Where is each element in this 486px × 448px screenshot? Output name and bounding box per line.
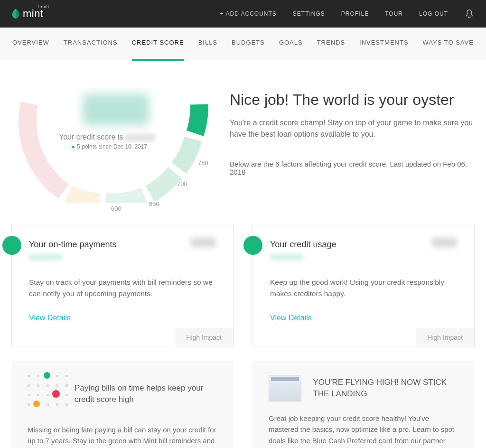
up-triangle-icon [71, 145, 75, 148]
factor-credit-usage: Your credit usage Keep up the good work!… [252, 225, 475, 347]
leaf-icon [11, 9, 20, 19]
factor-cards-row: Your on-time payments Stay on track of y… [0, 208, 486, 347]
status-dot-icon [2, 236, 21, 255]
hero-subhead: Below are the 6 factors affecting your c… [230, 160, 475, 176]
info-card-offer: YOU'RE FLYING HIGH! NOW STICK THE LANDIN… [252, 361, 475, 448]
factor-title: Your credit usage [270, 240, 457, 250]
impact-tag: High Impact [175, 328, 233, 347]
credit-score-delta: 5 points since Dec 10, 2017 [71, 143, 147, 150]
tab-investments[interactable]: INVESTMENTS [359, 39, 408, 49]
hero-message: Nice job! The world is your oyster You'r… [230, 84, 475, 208]
tab-transactions[interactable]: TRANSACTIONS [64, 39, 118, 49]
tour-link[interactable]: TOUR [385, 10, 403, 17]
divider [270, 267, 457, 267]
info-body: Great job keeping your credit score heal… [269, 413, 458, 448]
gauge-tick-600: 600 [111, 205, 122, 212]
factor-subvalue-redacted [270, 254, 303, 260]
tab-ways-to-save[interactable]: WAYS TO SAVE [423, 39, 474, 49]
gauge-tick-650: 650 [149, 200, 159, 207]
credit-score-label: Your credit score is [59, 133, 155, 141]
profile-link[interactable]: PROFILE [341, 10, 369, 17]
impact-tag: High Impact [416, 328, 474, 347]
view-details-link[interactable]: View Details [29, 314, 71, 322]
credit-score-value-redacted [83, 94, 149, 125]
logo-text: intuit mint [23, 8, 44, 20]
tab-overview[interactable]: OVERVIEW [12, 39, 49, 49]
factor-description: Stay on track of your payments with bill… [29, 277, 216, 299]
factor-subvalue-redacted [29, 254, 62, 260]
hero: Your credit score is 5 points since Dec … [0, 61, 486, 208]
factor-value-redacted [431, 238, 457, 247]
tab-budgets[interactable]: BUDGETS [232, 39, 265, 49]
factor-description: Keep up the good work! Using your credit… [270, 277, 457, 299]
topbar: intuit mint + ADD ACCOUNTS SETTINGS PROF… [0, 0, 486, 28]
gauge-tick-750: 750 [198, 159, 208, 167]
tab-bills[interactable]: BILLS [198, 39, 217, 49]
settings-link[interactable]: SETTINGS [293, 10, 325, 17]
logout-link[interactable]: LOG OUT [419, 10, 448, 17]
credit-card-icon [269, 375, 301, 401]
gauge-tick-700: 700 [177, 180, 187, 187]
info-card-bills: Paying bills on time helps keep your cre… [11, 361, 234, 448]
info-cards-row: Paying bills on time helps keep your cre… [0, 347, 486, 448]
credit-score-gauge: Your credit score is 5 points since Dec … [11, 84, 211, 208]
factor-on-time-payments: Your on-time payments Stay on track of y… [11, 225, 234, 347]
tab-credit-score[interactable]: CREDIT SCORE [132, 39, 184, 49]
top-menu: + ADD ACCOUNTS SETTINGS PROFILE TOUR LOG… [220, 9, 475, 19]
info-title: YOU'RE FLYING HIGH! NOW STICK THE LANDIN… [313, 377, 458, 400]
factor-value-redacted [190, 238, 216, 247]
divider [29, 267, 216, 267]
info-title: Paying bills on time helps keep your cre… [75, 383, 217, 405]
status-dot-icon [243, 236, 262, 255]
tab-goals[interactable]: GOALS [279, 39, 303, 49]
logo[interactable]: intuit mint [11, 8, 44, 20]
hero-title: Nice job! The world is your oyster [230, 91, 475, 109]
info-body: Missing or being late paying a bill can … [28, 424, 217, 448]
tab-trends[interactable]: TRENDS [317, 39, 345, 49]
add-accounts-link[interactable]: + ADD ACCOUNTS [220, 10, 277, 17]
view-details-link[interactable]: View Details [270, 314, 312, 322]
factor-title: Your on-time payments [29, 240, 216, 250]
secondary-nav: OVERVIEW TRANSACTIONS CREDIT SCORE BILLS… [0, 28, 486, 61]
bell-icon[interactable] [464, 9, 475, 19]
hero-body: You're a credit score champ! Stay on top… [230, 117, 475, 140]
dots-graphic-icon [28, 375, 63, 413]
